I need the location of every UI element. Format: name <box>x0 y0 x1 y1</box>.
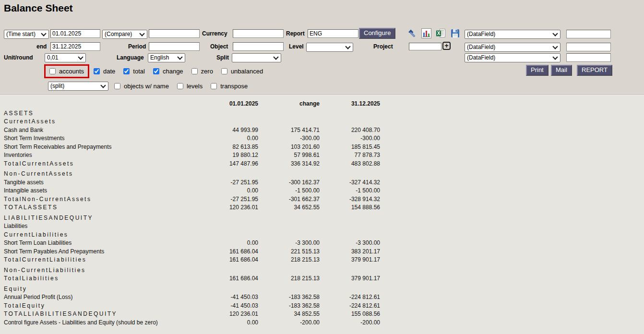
row-label: CurrentLiabilities <box>4 231 196 239</box>
add-project-button[interactable]: + <box>442 42 451 50</box>
checkbox-date[interactable] <box>94 68 100 74</box>
unit-round-select[interactable]: 0,01 <box>45 53 86 62</box>
row-value: -300.00 <box>320 134 380 143</box>
datafield-value-input-3[interactable] <box>566 53 611 62</box>
checkbox-item-zero[interactable]: zero <box>191 68 213 75</box>
report-button[interactable]: REPORT <box>577 65 612 76</box>
project-label: Project <box>373 43 393 50</box>
end-label: end <box>36 43 47 50</box>
end-date-input[interactable] <box>50 42 100 51</box>
hammer-icon[interactable] <box>407 28 417 38</box>
checkbox-levels[interactable] <box>177 83 183 89</box>
row-value: -224 812.61 <box>320 302 380 310</box>
datafield-select-wrap: (DataField) <box>465 42 561 52</box>
row-value: 57 998.61 <box>258 151 320 160</box>
time-start-select[interactable]: (Time start) <box>4 30 49 39</box>
datafield-select-2[interactable]: (DataField) <box>465 43 561 52</box>
period-input[interactable] <box>149 42 200 51</box>
row-label: Non-CurrentAssets <box>4 170 196 179</box>
row-value: 175 414.71 <box>258 126 320 135</box>
checkbox-label-zero: zero <box>201 68 213 75</box>
row-value: -224 812.61 <box>320 293 380 302</box>
checkbox-accounts[interactable] <box>49 68 56 74</box>
checkbox-item-date[interactable]: date <box>94 68 115 75</box>
compare-select[interactable]: (Compare) <box>102 30 147 39</box>
report-row: Non-CurrentAssets <box>4 170 644 179</box>
row-label: TotalLiabilities <box>4 274 196 283</box>
currency-label: Currency <box>202 30 227 37</box>
mail-button[interactable]: Mail <box>551 65 572 76</box>
row-value: 0.00 <box>196 187 258 195</box>
datafield-select-wrap: (DataField) <box>465 53 561 62</box>
compare-value-input[interactable] <box>149 29 200 38</box>
row-value: 161 686.04 <box>196 274 258 283</box>
row-label: TOTALLIABILITIESANDEQUITY <box>4 310 196 319</box>
excel-export-icon[interactable]: X <box>436 28 446 38</box>
report-row: TOTALASSETS120 236.0134 652.55154 888.56 <box>4 203 644 212</box>
object-label: Object <box>210 43 228 50</box>
row-value: 161 686.04 <box>196 248 258 256</box>
report-rows: ASSETSCurrentAssetsCash and Bank44 993.9… <box>4 109 644 327</box>
split-select[interactable] <box>232 53 281 62</box>
object-input[interactable] <box>233 42 284 51</box>
language-select-wrap: English <box>148 53 185 62</box>
split-by-select-wrap: (split) <box>48 81 108 91</box>
checkbox-change[interactable] <box>153 68 159 74</box>
split-by-select[interactable]: (split) <box>48 82 108 91</box>
row-label: Inventories <box>4 151 196 160</box>
datafield-select-1[interactable]: (DataField) <box>465 30 561 39</box>
row-value <box>196 170 258 179</box>
checkbox-item-unbalanced[interactable]: unbalanced <box>221 68 263 75</box>
datafield-value-input-1[interactable] <box>566 30 611 38</box>
checkbox-objects-w-name[interactable] <box>114 83 120 89</box>
checkbox-item-total[interactable]: total <box>123 68 145 75</box>
row-value: 103 201.60 <box>258 143 320 152</box>
row-value <box>196 214 258 223</box>
row-value: -300.00 <box>258 134 320 143</box>
report-row: Intangible assets0.00-1 500.00-1 500.00 <box>4 187 644 195</box>
checkbox-zero[interactable] <box>191 68 198 74</box>
column-header-start: 01.01.2025 <box>196 100 258 108</box>
language-label: Language <box>117 54 144 61</box>
report-row: ASSETS <box>4 109 644 118</box>
checkbox-transpose[interactable] <box>211 83 217 89</box>
row-label: Short Term Loan Liabilities <box>4 239 196 248</box>
row-value: 379 901.17 <box>320 274 380 283</box>
project-input[interactable] <box>409 43 441 50</box>
start-date-input[interactable] <box>50 29 100 38</box>
row-value <box>196 109 258 118</box>
checkbox-unbalanced[interactable] <box>221 68 227 74</box>
checkbox-total[interactable] <box>123 68 130 74</box>
row-label: Control figure Assets - Liabilities and … <box>4 319 196 327</box>
row-value: 218 215.13 <box>258 274 320 283</box>
row-label: Tangible assets <box>4 179 196 187</box>
split-label: Split <box>216 54 229 61</box>
checkbox-item-change[interactable]: change <box>153 68 183 75</box>
level-select[interactable] <box>306 43 353 52</box>
configure-button[interactable]: Configure <box>359 28 395 39</box>
bar-chart-icon[interactable] <box>421 28 431 38</box>
save-icon[interactable] <box>450 28 460 38</box>
time-start-select-wrap: (Time start) <box>4 29 49 39</box>
checkbox-item-accounts[interactable]: accounts <box>44 64 89 78</box>
report-row: Short Term Receivables and Prepayments82… <box>4 143 644 152</box>
report-code-input[interactable] <box>308 29 358 38</box>
datafield-value-input-2[interactable] <box>566 43 611 51</box>
checkbox-item-levels[interactable]: levels <box>177 83 203 90</box>
row-value <box>320 170 380 179</box>
row-value: 120 236.01 <box>196 203 258 212</box>
row-value: 120 236.01 <box>196 310 258 319</box>
print-button[interactable]: Print <box>526 65 549 76</box>
row-label: Short Term Payables And Prepayments <box>4 248 196 256</box>
row-value <box>320 266 380 275</box>
row-value <box>258 214 320 223</box>
currency-input[interactable] <box>233 29 284 38</box>
checkbox-item-transpose[interactable]: transpose <box>211 83 248 90</box>
row-label: Cash and Bank <box>4 126 196 135</box>
row-value: -27 251.95 <box>196 179 258 187</box>
datafield-select-3[interactable]: (DataField) <box>465 53 561 62</box>
checkbox-item-objects-w-name[interactable]: objects w/ name <box>114 83 169 90</box>
report-row: CurrentAssets <box>4 118 644 126</box>
row-label: Non-CurrentLiabilities <box>4 266 196 275</box>
language-select[interactable]: English <box>148 53 185 62</box>
